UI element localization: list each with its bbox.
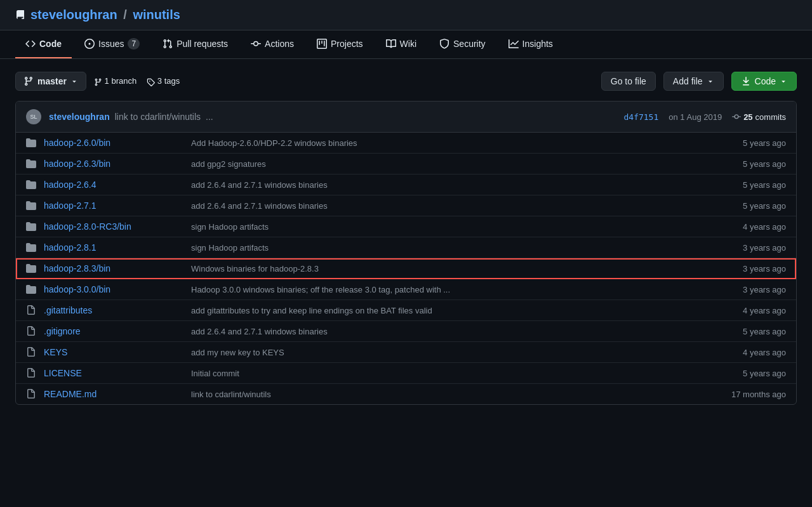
folder-icon bbox=[26, 201, 36, 211]
insights-icon bbox=[509, 39, 519, 49]
chevron-down-small-icon bbox=[707, 77, 714, 85]
toolbar: master 1 branch 3 tags Go to file Add fi… bbox=[15, 72, 797, 91]
branch-name: master bbox=[37, 76, 67, 86]
branch-selector[interactable]: master bbox=[15, 72, 86, 91]
file-table: SL steveloughran link to cdarlint/winuti… bbox=[15, 101, 797, 405]
file-name-link[interactable]: hadoop-2.6.3/bin bbox=[44, 159, 110, 169]
folder-icon bbox=[26, 138, 36, 148]
table-row: hadoop-2.7.1add 2.6.4 and 2.7.1 windows … bbox=[16, 195, 796, 216]
tab-security-label: Security bbox=[453, 39, 486, 49]
tab-issues[interactable]: Issues 7 bbox=[74, 30, 150, 58]
commit-meta: d4f7151 on 1 Aug 2019 25 commits bbox=[623, 112, 786, 122]
tab-insights[interactable]: Insights bbox=[498, 30, 563, 58]
tab-pr-label: Pull requests bbox=[176, 39, 228, 49]
folder-icon bbox=[26, 242, 36, 253]
file-name-link[interactable]: LICENSE bbox=[44, 368, 82, 378]
file-name-link[interactable]: hadoop-2.6.0/bin bbox=[44, 138, 110, 148]
file-commit-msg: Add Hadoop-2.6.0/HDP-2.2 windows binarie… bbox=[191, 138, 702, 148]
table-row: hadoop-2.6.0/binAdd Hadoop-2.6.0/HDP-2.2… bbox=[16, 133, 796, 154]
tags-link[interactable]: 3 tags bbox=[147, 76, 180, 86]
tab-insights-label: Insights bbox=[522, 39, 553, 49]
file-commit-msg: add 2.6.4 and 2.7.1 windows binaries bbox=[191, 327, 702, 336]
file-age: 4 years ago bbox=[710, 348, 786, 357]
code-button-label: Code bbox=[755, 76, 776, 86]
file-name-link[interactable]: hadoop-3.0.0/bin bbox=[44, 284, 110, 294]
file-name: hadoop-2.6.3/bin bbox=[44, 159, 183, 169]
file-name-link[interactable]: .gitattributes bbox=[44, 305, 92, 315]
file-name: hadoop-2.8.3/bin bbox=[44, 263, 183, 273]
file-commit-msg: link to cdarlint/winutils bbox=[191, 390, 702, 399]
commit-message: link to cdarlint/winutils bbox=[115, 112, 201, 122]
add-file-label: Add file bbox=[673, 76, 703, 86]
commits-link[interactable]: 25 commits bbox=[732, 112, 786, 122]
file-age: 5 years ago bbox=[710, 159, 786, 169]
table-row: LICENSEInitial commit5 years ago bbox=[16, 363, 796, 384]
file-icon bbox=[26, 326, 36, 336]
file-name-link[interactable]: .gitignore bbox=[44, 326, 81, 336]
file-name-link[interactable]: hadoop-2.6.4 bbox=[44, 180, 97, 190]
file-name: hadoop-2.7.1 bbox=[44, 201, 183, 211]
folder-icon bbox=[26, 221, 36, 232]
file-name: hadoop-2.8.1 bbox=[44, 242, 183, 253]
owner-link[interactable]: steveloughran bbox=[30, 8, 117, 22]
nav-tabs: Code Issues 7 Pull requests Actions Proj… bbox=[0, 30, 812, 59]
file-age: 5 years ago bbox=[710, 138, 786, 148]
table-row: hadoop-3.0.0/binHadoop 3.0.0 windows bin… bbox=[16, 279, 796, 300]
commit-date: on 1 Aug 2019 bbox=[669, 112, 722, 122]
file-name: hadoop-2.8.0-RC3/bin bbox=[44, 221, 183, 232]
file-name-link[interactable]: README.md bbox=[44, 389, 97, 399]
file-name: LICENSE bbox=[44, 368, 183, 378]
projects-icon bbox=[317, 39, 327, 49]
tab-issues-label: Issues bbox=[98, 39, 124, 49]
file-age: 4 years ago bbox=[710, 306, 786, 315]
file-name: hadoop-3.0.0/bin bbox=[44, 284, 183, 294]
file-name-link[interactable]: hadoop-2.8.1 bbox=[44, 242, 97, 253]
commits-label: commits bbox=[755, 112, 786, 122]
table-row: .gitignoreadd 2.6.4 and 2.7.1 windows bi… bbox=[16, 321, 796, 342]
tab-projects[interactable]: Projects bbox=[307, 30, 373, 58]
commit-author[interactable]: steveloughran bbox=[49, 112, 110, 122]
file-commit-msg: add 2.6.4 and 2.7.1 windows binaries bbox=[191, 180, 702, 190]
chevron-down-icon bbox=[70, 77, 78, 85]
file-age: 3 years ago bbox=[710, 243, 786, 253]
commit-hash[interactable]: d4f7151 bbox=[623, 112, 658, 122]
file-commit-msg: add gitattributes to try and keep line e… bbox=[191, 306, 702, 315]
go-to-file-button[interactable]: Go to file bbox=[601, 72, 656, 91]
wiki-icon bbox=[386, 39, 396, 49]
actions-icon bbox=[251, 39, 261, 49]
separator: / bbox=[123, 8, 127, 22]
repo-icon bbox=[15, 10, 25, 20]
file-icon bbox=[26, 347, 36, 357]
tab-actions[interactable]: Actions bbox=[241, 30, 304, 58]
code-button[interactable]: Code bbox=[731, 72, 797, 91]
branches-link[interactable]: 1 branch bbox=[94, 76, 136, 86]
commit-more: ... bbox=[206, 112, 213, 122]
tab-wiki-label: Wiki bbox=[400, 39, 416, 49]
table-row: hadoop-2.8.0-RC3/binsign Hadoop artifact… bbox=[16, 216, 796, 237]
file-commit-msg: Initial commit bbox=[191, 369, 702, 378]
tab-code[interactable]: Code bbox=[15, 30, 72, 58]
branch-count: 1 bbox=[105, 76, 109, 86]
pull-request-icon bbox=[163, 39, 173, 49]
table-row: README.mdlink to cdarlint/winutils17 mon… bbox=[16, 384, 796, 404]
file-name-link[interactable]: hadoop-2.8.0-RC3/bin bbox=[44, 221, 131, 232]
branch-label: branch bbox=[111, 76, 136, 86]
file-name-link[interactable]: KEYS bbox=[44, 347, 67, 357]
add-file-button[interactable]: Add file bbox=[663, 72, 724, 91]
code-chevron-icon bbox=[780, 77, 787, 85]
issues-icon bbox=[84, 39, 95, 49]
file-name-link[interactable]: hadoop-2.7.1 bbox=[44, 201, 97, 211]
file-icon bbox=[26, 368, 36, 378]
repo-name-link[interactable]: winutils bbox=[133, 8, 180, 22]
file-age: 5 years ago bbox=[710, 327, 786, 336]
commits-icon bbox=[732, 112, 741, 121]
file-rows-container: hadoop-2.6.0/binAdd Hadoop-2.6.0/HDP-2.2… bbox=[16, 133, 796, 404]
security-icon bbox=[439, 39, 449, 49]
tab-wiki[interactable]: Wiki bbox=[376, 30, 427, 58]
meta-links: 1 branch 3 tags bbox=[94, 76, 180, 86]
file-commit-msg: add my new key to KEYS bbox=[191, 348, 702, 357]
tab-security[interactable]: Security bbox=[429, 30, 496, 58]
file-commit-msg: add gpg2 signatures bbox=[191, 159, 702, 169]
tab-pull-requests[interactable]: Pull requests bbox=[152, 30, 238, 58]
file-name-link[interactable]: hadoop-2.8.3/bin bbox=[44, 263, 110, 273]
